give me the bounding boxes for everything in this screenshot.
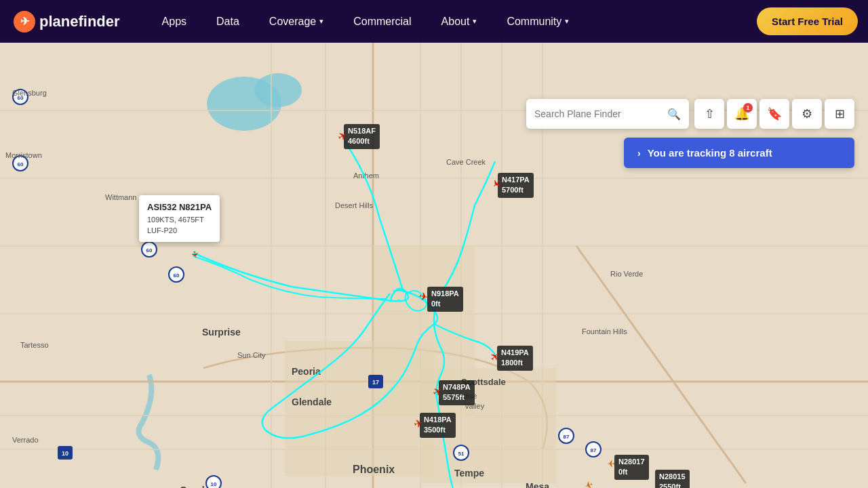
label-N518AF: N518AF4600ft (344, 124, 380, 149)
svg-text:60: 60 (18, 161, 24, 167)
svg-point-2 (254, 73, 302, 107)
svg-text:Cave Creek: Cave Creek (446, 158, 486, 166)
svg-text:87: 87 (591, 447, 597, 453)
aircraft-N28017[interactable]: ✈ (607, 458, 615, 469)
search-input-container[interactable]: 🔍 (526, 99, 689, 129)
nav-community[interactable]: Community ▾ (492, 0, 584, 43)
svg-text:87: 87 (564, 434, 570, 440)
label-N28017: N280170ft (614, 455, 649, 480)
label-N748PA: N748PA5575ft (439, 380, 475, 405)
coverage-chevron: ▾ (319, 17, 323, 26)
svg-text:Surprise: Surprise (202, 327, 241, 338)
tracking-text: You are tracking 8 aircraft (648, 147, 772, 159)
callout-id: ASI532 N821PA (147, 201, 212, 214)
svg-text:Peoria: Peoria (292, 366, 321, 377)
svg-text:Rio Verde: Rio Verde (610, 270, 643, 278)
map-container[interactable]: 17 10 60 60 60 60 10 87 87 51 Glensburg … (0, 43, 868, 488)
tracking-chevron: › (637, 148, 641, 159)
start-free-trial-button[interactable]: Start Free Trial (757, 7, 858, 35)
label-N28015: N280152550ft (655, 470, 690, 488)
nav-about[interactable]: About ▾ (427, 0, 492, 43)
tracking-banner[interactable]: › You are tracking 8 aircraft (624, 138, 854, 168)
svg-text:Verrado: Verrado (12, 436, 39, 444)
svg-text:Mesa: Mesa (526, 481, 549, 488)
svg-text:Anthem: Anthem (353, 171, 379, 180)
toolbar-icons: ⇧ 🔔 1 🔖 ⚙ ⊞ (694, 99, 854, 129)
search-bar: 🔍 ⇧ 🔔 1 🔖 ⚙ ⊞ (526, 99, 854, 129)
callout-route: LUF-P20 (147, 225, 212, 237)
notification-badge: 1 (743, 103, 753, 113)
navigation: ✈ planefinder Apps Data Coverage ▾ Comme… (0, 0, 868, 43)
label-N418PA: N418PA3500ft (420, 413, 456, 438)
svg-text:Glendale: Glendale (292, 396, 332, 407)
svg-text:51: 51 (458, 451, 465, 457)
svg-text:Goodyear: Goodyear (180, 485, 224, 488)
logo-icon: ✈ (14, 11, 35, 33)
svg-text:Wittmann: Wittmann (105, 193, 136, 201)
svg-text:17: 17 (372, 379, 379, 386)
community-chevron: ▾ (565, 17, 569, 26)
nav-data[interactable]: Data (201, 0, 254, 43)
nav-coverage[interactable]: Coverage ▾ (254, 0, 338, 43)
logo: ✈ planefinder (14, 11, 120, 33)
svg-text:60: 60 (174, 272, 180, 279)
svg-text:Tartesso: Tartesso (20, 341, 49, 349)
settings-button[interactable]: ⚙ (792, 99, 822, 129)
notifications-button[interactable]: 🔔 1 (727, 99, 757, 129)
svg-text:Morristown: Morristown (5, 151, 42, 159)
search-icon[interactable]: 🔍 (667, 108, 681, 121)
svg-text:Fountain Hills: Fountain Hills (582, 327, 627, 336)
nav-commercial[interactable]: Commercial (338, 0, 426, 43)
svg-text:Desert Hills: Desert Hills (335, 201, 374, 209)
search-input[interactable] (534, 108, 667, 119)
bookmarks-button[interactable]: 🔖 (760, 99, 789, 129)
weather-button[interactable]: ⇧ (694, 99, 724, 129)
about-chevron: ▾ (473, 17, 477, 26)
svg-text:10: 10 (62, 450, 68, 457)
layers-button[interactable]: ⊞ (825, 99, 854, 129)
svg-text:Tempe: Tempe (454, 468, 484, 479)
svg-text:Glensburg: Glensburg (12, 89, 47, 97)
nav-apps[interactable]: Apps (147, 0, 201, 43)
svg-text:Phoenix: Phoenix (353, 464, 395, 475)
svg-text:Sun City: Sun City (237, 351, 266, 359)
label-N918PA: N918PA0ft (427, 287, 463, 312)
nav-items: Apps Data Coverage ▾ Commercial About ▾ … (147, 0, 757, 43)
callout-N821PA[interactable]: ASI532 N821PA 109KTS, 4675FT LUF-P20 (139, 195, 220, 242)
callout-speed: 109KTS, 4675FT (147, 214, 212, 226)
logo-text: planefinder (39, 13, 120, 30)
svg-text:60: 60 (146, 247, 153, 253)
